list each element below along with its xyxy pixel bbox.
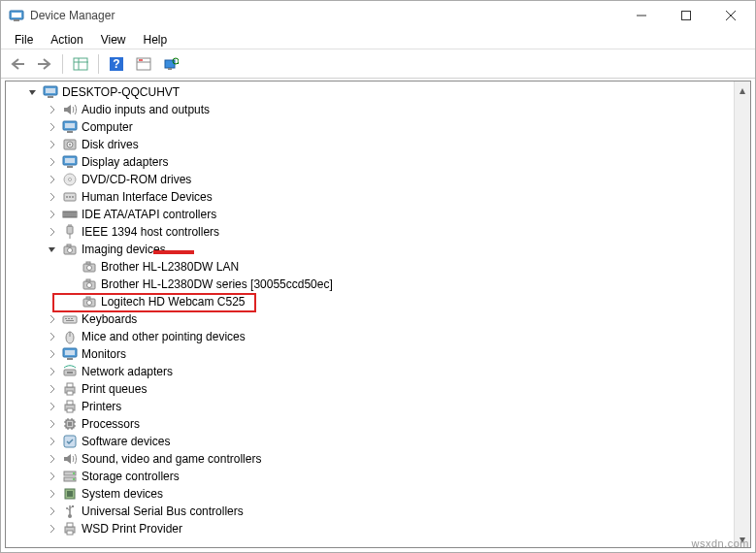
- category-network[interactable]: Network adapters: [45, 363, 750, 380]
- vertical-scrollbar[interactable]: ▴ ▾: [734, 81, 750, 547]
- tree-root[interactable]: DESKTOP-QQCUHVT: [25, 83, 750, 101]
- toolbar: ?: [1, 49, 755, 79]
- category-disk[interactable]: Disk drives: [45, 136, 750, 153]
- expander-icon[interactable]: [45, 504, 60, 519]
- category-printers[interactable]: Printers: [45, 398, 750, 415]
- svg-point-91: [73, 472, 75, 474]
- expander-icon[interactable]: [45, 346, 60, 362]
- expander-icon[interactable]: [45, 311, 60, 327]
- monitor-icon: [62, 154, 78, 170]
- svg-point-53: [87, 266, 92, 271]
- category-keyboards[interactable]: Keyboards: [45, 310, 750, 328]
- back-button[interactable]: [5, 52, 30, 76]
- category-computer[interactable]: Computer: [45, 118, 750, 136]
- category-software[interactable]: Software devices: [45, 433, 750, 450]
- computer-icon: [43, 84, 58, 100]
- category-dvd[interactable]: DVD/CD-ROM drives: [45, 171, 750, 188]
- device-item[interactable]: Brother HL-L2380DW series [30055ccd50ec]: [64, 276, 750, 293]
- printer-icon: [62, 521, 78, 537]
- expander-icon[interactable]: [45, 119, 60, 135]
- expander-icon[interactable]: [45, 521, 60, 537]
- expander-spacer: [64, 294, 80, 309]
- svg-rect-49: [67, 244, 71, 246]
- category-proc[interactable]: Processors: [45, 415, 750, 433]
- svg-rect-1: [12, 13, 21, 17]
- category-mice[interactable]: Mice and other pointing devices: [45, 328, 750, 345]
- category-printq[interactable]: Print queues: [45, 380, 750, 398]
- app-icon: [9, 8, 24, 23]
- usb-icon: [62, 504, 78, 519]
- minimize-button[interactable]: [619, 1, 664, 30]
- category-sound[interactable]: Sound, video and game controllers: [45, 450, 750, 468]
- maximize-button[interactable]: [664, 1, 708, 30]
- expander-icon[interactable]: [45, 486, 60, 502]
- expander-icon[interactable]: [45, 451, 60, 467]
- expander-icon[interactable]: [45, 137, 60, 152]
- category-system[interactable]: System devices: [45, 485, 750, 503]
- expander-icon[interactable]: [45, 329, 60, 344]
- forward-button[interactable]: [32, 52, 57, 76]
- expander-icon[interactable]: [45, 416, 60, 432]
- device-label: Brother HL-L2380DW LAN: [101, 260, 239, 274]
- category-label: Software devices: [82, 435, 170, 448]
- expander-icon[interactable]: [25, 84, 41, 100]
- category-label: Print queues: [82, 382, 147, 396]
- category-label: Universal Serial Bus controllers: [82, 504, 244, 518]
- menu-action[interactable]: Action: [43, 31, 90, 49]
- svg-point-27: [69, 144, 71, 146]
- svg-point-50: [68, 248, 73, 253]
- expander-icon[interactable]: [45, 434, 60, 449]
- menu-help[interactable]: Help: [136, 31, 176, 49]
- device-item[interactable]: Brother HL-L2380DW LAN: [64, 258, 750, 276]
- category-label: Audio inputs and outputs: [82, 103, 210, 116]
- svg-point-36: [72, 196, 74, 198]
- expander-icon[interactable]: [45, 399, 60, 414]
- category-display[interactable]: Display adapters: [45, 153, 750, 171]
- close-button[interactable]: [708, 1, 753, 30]
- expander-icon[interactable]: [45, 172, 60, 187]
- category-wsd[interactable]: WSD Print Provider: [45, 520, 750, 537]
- expander-icon[interactable]: [45, 154, 60, 170]
- svg-rect-4: [682, 12, 691, 20]
- svg-rect-73: [67, 383, 73, 387]
- svg-point-35: [69, 196, 71, 198]
- expander-spacer: [64, 276, 80, 292]
- category-usb[interactable]: Universal Serial Bus controllers: [45, 503, 750, 520]
- category-label: Printers: [82, 400, 121, 413]
- properties-button[interactable]: [131, 52, 156, 76]
- expander-icon[interactable]: [45, 242, 60, 257]
- scan-hardware-button[interactable]: [158, 52, 183, 76]
- device-tree[interactable]: DESKTOP-QQCUHVT Audio inputs and outputs…: [6, 81, 750, 547]
- category-hid[interactable]: Human Interface Devices: [45, 188, 750, 206]
- expander-icon[interactable]: [45, 102, 60, 117]
- scroll-up-arrow[interactable]: ▴: [735, 81, 750, 98]
- help-button[interactable]: ?: [104, 52, 129, 76]
- category-imaging[interactable]: Imaging devices: [45, 241, 750, 258]
- expander-icon[interactable]: [45, 381, 60, 397]
- svg-rect-55: [86, 279, 90, 281]
- menu-view[interactable]: View: [93, 31, 134, 49]
- category-monitors[interactable]: Monitors: [45, 345, 750, 363]
- category-audio[interactable]: Audio inputs and outputs: [45, 101, 750, 118]
- svg-line-18: [178, 63, 179, 65]
- printer-icon: [62, 399, 78, 414]
- category-label: Display adapters: [82, 155, 168, 169]
- category-label: Processors: [82, 417, 140, 431]
- speaker-icon: [62, 102, 78, 117]
- expander-icon[interactable]: [45, 207, 60, 222]
- expander-icon[interactable]: [45, 364, 60, 379]
- svg-text:?: ?: [113, 57, 119, 71]
- device-item[interactable]: Logitech HD Webcam C525: [64, 293, 750, 310]
- show-hide-tree-button[interactable]: [68, 52, 93, 76]
- expander-icon[interactable]: [45, 224, 60, 240]
- titlebar: Device Manager: [1, 1, 755, 30]
- category-ieee[interactable]: IEEE 1394 host controllers: [45, 223, 750, 241]
- svg-rect-74: [67, 391, 73, 395]
- svg-rect-62: [68, 318, 70, 319]
- expander-icon[interactable]: [45, 189, 60, 205]
- category-storage[interactable]: Storage controllers: [45, 468, 750, 485]
- camera-icon: [62, 242, 78, 257]
- category-ide[interactable]: IDE ATA/ATAPI controllers: [45, 206, 750, 223]
- expander-icon[interactable]: [45, 469, 60, 484]
- menu-file[interactable]: File: [7, 31, 41, 49]
